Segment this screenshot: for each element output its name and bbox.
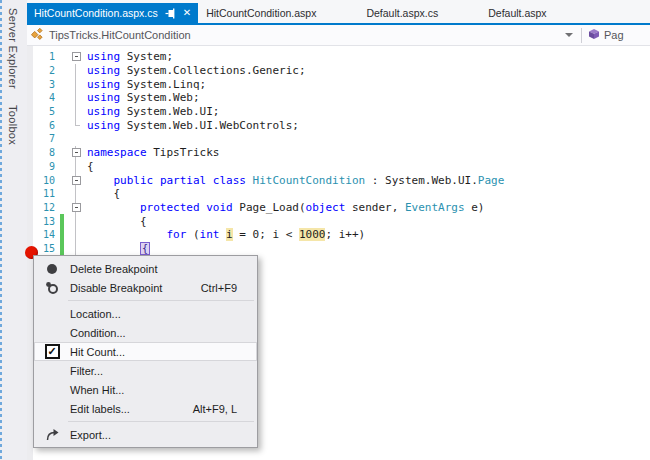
menu-separator <box>68 421 254 422</box>
outlining-margin <box>68 201 84 215</box>
collapse-minus-icon[interactable] <box>72 52 81 61</box>
change-tracking-bar <box>60 91 64 105</box>
menu-item-when-hit[interactable]: When Hit... <box>34 380 257 399</box>
code-text: namespace TipsTricks <box>84 146 219 159</box>
code-line-10: 10 public partial class HitCountConditio… <box>27 173 650 187</box>
sidebar-tab-toolbox[interactable]: Toolbox <box>7 105 19 145</box>
code-segment: protected <box>140 201 200 214</box>
menu-item-export[interactable]: Export... <box>34 425 257 444</box>
change-tracking-bar <box>60 160 64 174</box>
change-tracking-bar <box>60 118 64 132</box>
checkbox-checked-icon: ✓ <box>45 344 60 359</box>
tab-hitcountcondition-aspx[interactable]: HitCountCondition.aspx <box>198 3 324 23</box>
code-segment: : System.Web.UI. <box>365 174 478 187</box>
outlining-margin <box>68 132 84 146</box>
menu-item-label: Delete Breakpoint <box>70 263 257 275</box>
close-icon[interactable]: ✕ <box>183 8 191 18</box>
code-text: using System.Web.UI; <box>84 105 219 118</box>
code-text: using System.Web; <box>84 91 200 104</box>
change-tracking-bar <box>60 228 64 242</box>
menu-item-filter[interactable]: Filter... <box>34 361 257 380</box>
code-segment: System.Web.UI.WebControls; <box>120 119 299 132</box>
code-segment: public <box>114 174 154 187</box>
menu-separator <box>68 300 254 301</box>
breakpoint-icon <box>34 264 70 274</box>
code-text: { <box>84 187 120 200</box>
tool-window-strip: Server ExplorerToolbox <box>0 0 27 460</box>
class-icon <box>31 28 44 43</box>
tab-label: HitCountCondition.aspx.cs <box>34 7 158 19</box>
line-number: 14 <box>27 229 57 240</box>
breakpoint-disabled-icon <box>34 281 70 295</box>
code-segment: using <box>87 105 120 118</box>
brace-completion-box: { <box>140 242 150 255</box>
menu-item-label: When Hit... <box>70 384 257 396</box>
outlining-margin <box>68 187 84 201</box>
pin-icon[interactable] <box>165 8 176 19</box>
highlighted-reference: i <box>226 228 233 241</box>
outlining-margin <box>68 160 84 174</box>
change-tracking-bar <box>60 105 64 119</box>
code-segment: using <box>87 64 120 77</box>
code-text: { <box>84 242 150 255</box>
code-segment: e) <box>465 201 485 214</box>
code-line-14: 14 for (int i = 0; i < 1000; i++) <box>27 228 650 242</box>
menu-item-condition[interactable]: Condition... <box>34 323 257 342</box>
outlining-margin <box>68 214 84 228</box>
collapse-minus-icon[interactable] <box>72 148 81 157</box>
member-dropdown[interactable]: Pag <box>582 25 650 45</box>
outline-line <box>75 64 76 78</box>
code-text: for (int i = 0; i < 1000; i++) <box>84 228 365 241</box>
change-tracking-bar <box>60 77 64 91</box>
code-text: { <box>84 160 94 173</box>
code-segment <box>87 174 114 187</box>
outlining-margin <box>68 77 84 91</box>
menu-item-edit-labels[interactable]: Edit labels...Alt+F9, L <box>34 399 257 418</box>
breakpoint-context-menu: Delete BreakpointDisable BreakpointCtrl+… <box>33 255 258 448</box>
code-segment: namespace <box>87 146 147 159</box>
collapse-minus-icon[interactable] <box>72 203 81 212</box>
sidebar-tab-server-explorer[interactable]: Server Explorer <box>7 8 19 89</box>
menu-item-label: Location... <box>70 308 257 320</box>
code-text: using System; <box>84 50 173 63</box>
chevron-down-icon[interactable] <box>565 33 573 37</box>
code-line-8: 8namespace TipsTricks <box>27 146 650 160</box>
code-text: using System.Collections.Generic; <box>84 64 306 77</box>
tab-default-aspx-cs[interactable]: Default.aspx.cs <box>358 3 446 23</box>
line-number: 1 <box>27 51 57 62</box>
code-segment: object <box>306 201 346 214</box>
menu-item-shortcut: Alt+F9, L <box>193 403 257 415</box>
type-dropdown[interactable]: TipsTricks.HitCountCondition <box>27 25 581 45</box>
collapse-minus-icon[interactable] <box>72 176 81 185</box>
code-segment: = 0; i < <box>233 228 299 241</box>
code-segment: for <box>166 228 186 241</box>
code-segment: HitCountCondition <box>253 174 366 187</box>
line-number: 8 <box>27 147 57 158</box>
change-tracking-bar <box>60 132 64 146</box>
outlining-margin <box>68 64 84 78</box>
outline-line <box>75 105 76 119</box>
tab-hitcountcondition-aspx-cs[interactable]: HitCountCondition.aspx.cs✕ <box>27 3 198 23</box>
outline-line <box>75 77 76 91</box>
menu-item-hit-count[interactable]: ✓Hit Count... <box>34 342 257 361</box>
code-segment <box>87 228 166 241</box>
menu-item-delete-breakpoint[interactable]: Delete Breakpoint <box>34 259 257 278</box>
code-line-4: 4using System.Web; <box>27 91 650 105</box>
code-segment: System.Web; <box>120 91 199 104</box>
tab-default-aspx[interactable]: Default.aspx <box>480 3 554 23</box>
outline-line <box>75 91 76 105</box>
outline-line <box>75 242 76 256</box>
code-segment: sender, <box>345 201 405 214</box>
code-segment <box>87 242 140 255</box>
menu-item-label: Filter... <box>70 365 257 377</box>
export-icon <box>34 428 70 441</box>
code-line-2: 2using System.Collections.Generic; <box>27 64 650 78</box>
menu-item-location[interactable]: Location... <box>34 304 257 323</box>
member-dropdown-value: Pag <box>604 29 624 41</box>
menu-item-label: Hit Count... <box>70 346 257 358</box>
code-segment: { <box>87 160 94 173</box>
menu-item-disable-breakpoint[interactable]: Disable BreakpointCtrl+F9 <box>34 278 257 297</box>
change-tracking-bar <box>60 242 64 256</box>
line-number: 3 <box>27 79 57 90</box>
outlining-margin <box>68 146 84 160</box>
